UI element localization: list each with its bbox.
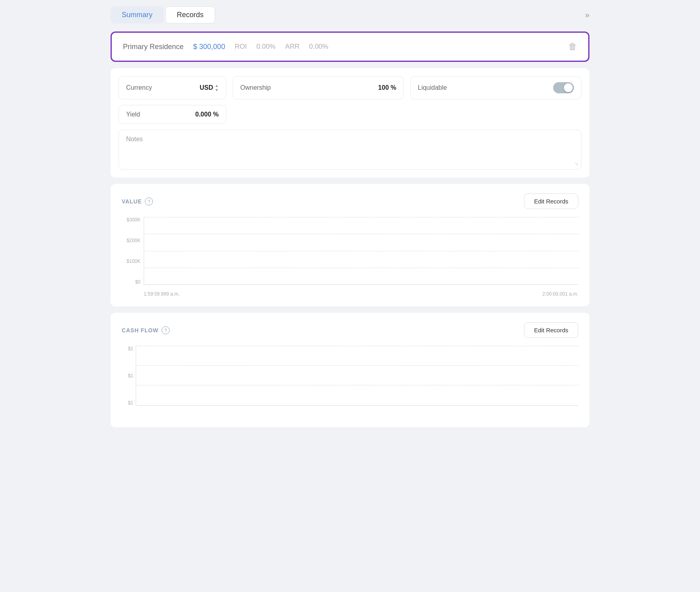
asset-card: Primary Residence $ 300,000 ROI 0.00% AR… (111, 32, 589, 62)
value-title-wrap: VALUE ? (122, 197, 153, 205)
currency-value: USD (200, 84, 213, 91)
grid-line-2 (144, 251, 578, 251)
currency-label: Currency (126, 84, 152, 91)
grid-line-3 (144, 268, 578, 268)
value-x-labels: 1:59:59.999 a.m. 2:00:00.001 a.m. (144, 291, 578, 297)
form-row-1: Currency USD ▲ ▼ Ownership 100 % Liquida… (119, 76, 581, 99)
notes-label: Notes (126, 136, 143, 142)
y-label-100k: $100K (127, 259, 140, 264)
value-chart-section: VALUE ? Edit Records $300K $200K $100K $… (111, 184, 589, 306)
tab-summary[interactable]: Summary (111, 6, 164, 24)
value-chart-header: VALUE ? Edit Records (122, 193, 578, 209)
cashflow-chart-area: $1 $1 $1 (122, 346, 578, 418)
cashflow-help-icon[interactable]: ? (162, 326, 170, 334)
ownership-label: Ownership (240, 84, 271, 91)
asset-name: Primary Residence (123, 43, 184, 51)
ownership-value: 100 % (378, 84, 396, 91)
grid-line-1 (144, 234, 578, 234)
cf-grid-line-bottom (136, 405, 578, 406)
currency-field[interactable]: Currency USD ▲ ▼ (119, 76, 226, 99)
x-label-right: 2:00:00.001 a.m. (542, 291, 578, 297)
x-label-left: 1:59:59.999 a.m. (144, 291, 180, 297)
y-label-0: $0 (135, 279, 140, 285)
y-label-200k: $200K (127, 238, 140, 243)
grid-line-bottom (144, 284, 578, 285)
cashflow-chart-section: CASH FLOW ? Edit Records $1 $1 $1 (111, 313, 589, 427)
yield-field[interactable]: Yield 0.000 % (119, 105, 226, 124)
y-label-300k: $300K (127, 217, 140, 223)
cashflow-title-wrap: CASH FLOW ? (122, 326, 170, 334)
cf-grid-line-top (136, 346, 578, 346)
expand-icon[interactable]: » (585, 10, 589, 20)
asset-arr-value: 0.00% (309, 43, 328, 51)
asset-info: Primary Residence $ 300,000 ROI 0.00% AR… (123, 43, 328, 51)
liquidable-field: Liquidable (410, 76, 581, 99)
cashflow-chart-title: CASH FLOW (122, 327, 158, 333)
cashflow-chart-header: CASH FLOW ? Edit Records (122, 322, 578, 338)
tabs-row: Summary Records » (111, 6, 589, 24)
tab-records[interactable]: Records (165, 6, 215, 24)
form-row-2: Yield 0.000 % (119, 105, 581, 124)
cashflow-y-axis: $1 $1 $1 (122, 346, 136, 406)
cf-y-label-3: $1 (128, 400, 133, 406)
asset-value: $ 300,000 (193, 43, 225, 51)
liquidable-label: Liquidable (418, 84, 447, 91)
cashflow-edit-records-button[interactable]: Edit Records (524, 322, 578, 338)
value-chart-area: $300K $200K $100K $0 1:59:59.999 a.m. 2:… (122, 217, 578, 297)
value-y-axis: $300K $200K $100K $0 (122, 217, 144, 285)
value-chart-title: VALUE (122, 198, 142, 205)
currency-arrows-icon: ▲ ▼ (215, 83, 219, 92)
cf-grid-line-2 (136, 385, 578, 385)
cf-y-label-2: $1 (128, 373, 133, 379)
grid-line-top (144, 217, 578, 217)
yield-label: Yield (126, 111, 140, 118)
resize-handle-icon[interactable]: ⤡ (575, 161, 579, 167)
value-help-icon[interactable]: ? (145, 197, 153, 205)
value-chart-plot (144, 217, 578, 285)
asset-arr-label: ARR (285, 43, 300, 51)
notes-field[interactable]: Notes ⤡ (119, 130, 581, 170)
cf-y-label-1: $1 (128, 346, 133, 351)
delete-asset-icon[interactable]: 🗑 (568, 41, 577, 52)
cf-grid-line-1 (136, 365, 578, 366)
asset-roi-value: 0.00% (256, 43, 275, 51)
tab-group: Summary Records (111, 6, 215, 24)
ownership-field[interactable]: Ownership 100 % (233, 76, 404, 99)
form-section: Currency USD ▲ ▼ Ownership 100 % Liquida… (111, 68, 589, 178)
yield-value: 0.000 % (195, 111, 219, 118)
asset-roi-label: ROI (235, 43, 247, 51)
cashflow-chart-plot (136, 346, 578, 406)
liquidable-toggle[interactable] (553, 82, 574, 93)
value-edit-records-button[interactable]: Edit Records (524, 193, 578, 209)
